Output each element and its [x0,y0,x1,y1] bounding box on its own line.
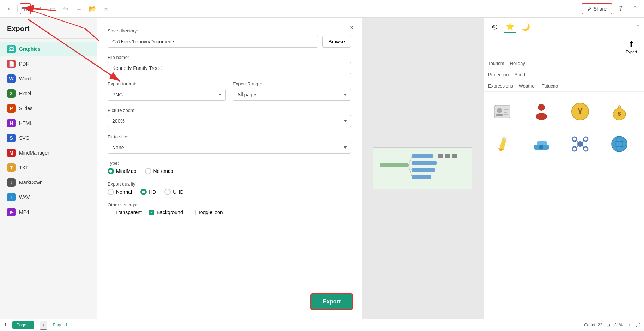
notemap-radio[interactable] [145,168,151,174]
quality-uhd-option[interactable]: UHD [164,189,183,195]
expand-button[interactable]: ⌃ [629,3,640,14]
count-label: Count: 22 [584,323,602,327]
page-tab-selected: Page -1 [53,323,67,327]
format-range-row: Export format: PNGJPGSVG Export Range: A… [108,81,351,108]
right-panel-tab-star[interactable]: ⭐ [504,20,516,33]
svg-rect-16 [504,109,509,110]
export-menu-slides[interactable]: PSlides [0,101,97,116]
background-checkbox-item[interactable]: ✓ Background [149,210,183,215]
yen-coin-icon: ¥ [570,102,590,121]
export-menu-word[interactable]: WWord [0,71,97,86]
category-weather[interactable]: Weather [519,83,536,89]
export-format-select[interactable]: PNGJPGSVG [108,89,226,101]
uhd-radio[interactable] [164,189,171,195]
export-range-select[interactable]: All pagesCurrent page [233,89,351,101]
right-panel-tab-moon[interactable]: 🌙 [519,20,532,33]
export-menu-txt[interactable]: TTXT [0,160,97,175]
yen-coin-icon-cell[interactable]: ¥ [566,97,594,126]
category-tourism[interactable]: Tourism [488,61,504,66]
svg-point-14 [497,108,502,113]
person-card-icon [492,102,512,121]
add-page-button[interactable]: ＋ [40,321,47,330]
right-panel-expand[interactable]: ⌃ [635,24,640,30]
export-menu-mp4[interactable]: ▶MP4 [0,205,97,219]
browse-button[interactable]: Browse [322,36,351,48]
export-sidebar: Export 🖼Graphics📄PDFWWordXExcelPSlidesHH… [0,18,97,319]
help-button[interactable]: ? [615,3,626,14]
export-menu-markdown-label: MarkDown [19,180,43,185]
export-menu-wav-icon: ♪ [7,193,16,201]
picture-zoom-select[interactable]: 200%100%150%300% [108,115,351,127]
export-menu-html[interactable]: HHTML [0,116,97,131]
normal-radio[interactable] [108,189,114,195]
save-directory-input[interactable] [108,36,318,48]
export-format-label: Export format: [108,81,226,86]
file-name-input[interactable] [108,62,351,74]
right-export-section: ⬆ Export [484,36,644,58]
person-card-icon-cell[interactable] [488,97,516,126]
category-protection[interactable]: Protection [488,72,509,77]
transparent-checkbox[interactable] [108,210,113,215]
share-button[interactable]: ⇗ Share [582,3,612,14]
export-menu-mindmanager[interactable]: MMindManager [0,145,97,160]
money-bag-icon-cell[interactable]: $ [605,97,633,126]
toggle-icon-checkbox-item[interactable]: Toggle icon [190,210,223,215]
export-quality-group: Export quality: Normal HD UHD [108,181,351,195]
export-menu-pdf-icon: 📄 [7,60,16,68]
notemap-radio-label: Notemap [153,168,174,174]
redo-button[interactable]: ↪ [60,3,71,14]
export-button[interactable]: Export [310,293,353,310]
other-settings-label: Other settings: [108,202,351,207]
category-sport[interactable]: Sport [515,72,525,77]
other-settings-group: Other settings: Transparent ✓ Background… [108,202,351,215]
file-menu-button[interactable]: File [20,3,31,14]
fullscreen-button[interactable]: ⛶ [636,323,640,327]
back-button[interactable]: ‹ [4,3,15,14]
zoom-fit-icon[interactable]: ⊡ [607,323,610,327]
svg-rect-13 [494,105,510,118]
fit-to-size-select[interactable]: NoneA4A3 [108,142,351,154]
export-menu-markdown[interactable]: ↓MarkDown [0,175,97,190]
type-notemap-option[interactable]: Notemap [145,168,174,174]
quality-normal-option[interactable]: Normal [108,189,132,195]
svg-rect-3 [412,161,437,165]
globe-icon-cell[interactable] [605,130,633,158]
export-icon-button[interactable]: ⬆ Export [623,38,640,55]
toggle-icon-checkbox[interactable] [190,210,196,215]
picture-zoom-group: Picture zoom: 200%100%150%300% [108,108,351,127]
undo-btn2[interactable]: ↩ [47,3,58,14]
new-tab-button[interactable]: ＋ [73,3,85,14]
export-menu-graphics[interactable]: 🖼Graphics [0,42,97,56]
export-menu-pdf[interactable]: 📄PDF [0,56,97,71]
toolbar: ‹ File ↩ ↩ ↪ ＋ 📂 ⊟ ⇗ Share ? ⌃ [0,0,644,18]
picture-zoom-label: Picture zoom: [108,108,351,113]
drone-icon-cell[interactable] [566,130,594,158]
open-file-button[interactable]: 📂 [87,3,98,14]
export-menu-txt-icon: T [7,163,16,172]
svg-rect-4 [412,168,435,172]
category-expressions[interactable]: Expressions [488,83,513,89]
collapse-button[interactable]: ⊟ [100,3,111,14]
stapler-icon-cell[interactable] [527,130,555,158]
mindmap-radio-label: MindMap [116,168,136,174]
export-menu-wav[interactable]: ♪WAV [0,190,97,205]
person-silhouette-icon-cell[interactable] [527,97,555,126]
zoom-in-button[interactable]: ＋ [627,322,631,328]
category-holiday[interactable]: Holiday [510,61,525,66]
hd-radio[interactable] [140,189,147,195]
page-tab[interactable]: Page-1 [12,321,35,329]
close-button[interactable]: × [347,23,357,32]
export-menu-svg-label: SVG [19,135,30,141]
category-tutucao[interactable]: Tutucao [542,83,558,89]
mindmap-radio[interactable] [108,168,114,174]
type-mindmap-option[interactable]: MindMap [108,168,136,174]
quality-hd-option[interactable]: HD [140,189,156,195]
svg-text:$: $ [618,111,621,117]
transparent-checkbox-item[interactable]: Transparent [108,210,142,215]
pencil-icon-cell[interactable] [488,130,516,158]
export-menu-svg[interactable]: SSVG [0,131,97,145]
export-menu-excel[interactable]: XExcel [0,86,97,101]
undo-button[interactable]: ↩ [33,3,44,14]
right-panel-tab-export[interactable]: ⎋ [488,20,501,33]
background-checkbox[interactable]: ✓ [149,210,154,215]
